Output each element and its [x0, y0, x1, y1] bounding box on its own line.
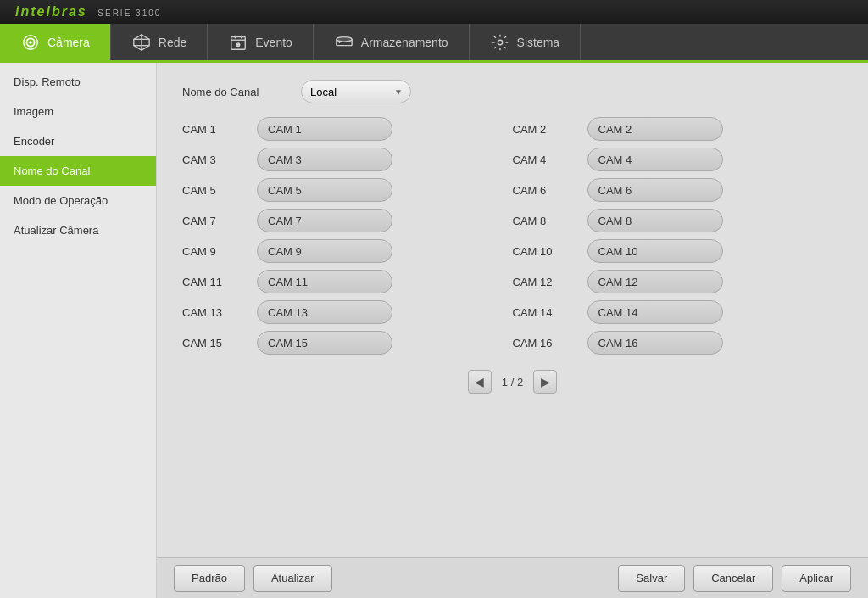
salvar-button[interactable]: Salvar [618, 565, 685, 592]
tab-rede-label: Rede [159, 36, 186, 49]
brand-logo: intelbras SÉRIE 3100 [8, 4, 161, 20]
svg-point-15 [498, 40, 503, 45]
cam-input-3[interactable] [257, 148, 392, 171]
cam-input-9[interactable] [257, 239, 392, 263]
channel-name-label: Nome do Canal [182, 86, 301, 98]
cam-row-4: CAM 4 [513, 148, 843, 171]
cam-input-1[interactable] [257, 117, 392, 141]
camera-grid: CAM 1 CAM 3 CAM 5 CAM 7 [182, 117, 843, 361]
cam-row-13: CAM 13 [182, 300, 513, 324]
cam-row-14: CAM 14 [513, 300, 843, 324]
nav-tabs: Câmera Rede Evento [0, 24, 868, 63]
brand-series: SÉRIE 3100 [97, 8, 161, 18]
tab-evento-label: Evento [255, 36, 292, 49]
cam-input-4[interactable] [587, 148, 723, 171]
topbar: intelbras SÉRIE 3100 [0, 0, 868, 24]
sidebar-item-modo-operacao[interactable]: Modo de Operação [0, 186, 156, 215]
cam-input-6[interactable] [587, 178, 723, 202]
cam-row-7: CAM 7 [182, 209, 513, 232]
content-area: Nome do Canal Local Remoto CAM 1 [157, 63, 868, 598]
atualizar-button[interactable]: Atualizar [253, 565, 332, 592]
cam-row-9: CAM 9 [182, 239, 513, 263]
sidebar-item-atualizar-camera[interactable]: Atualizar Câmera [0, 215, 156, 245]
cam-input-11[interactable] [257, 270, 392, 293]
cam-row-8: CAM 8 [513, 209, 843, 232]
cam-input-14[interactable] [587, 300, 723, 324]
camera-col-left: CAM 1 CAM 3 CAM 5 CAM 7 [182, 117, 513, 361]
sidebar: Disp. Remoto Imagem Encoder Nome do Cana… [0, 63, 157, 598]
page-info: 1 / 2 [502, 376, 523, 388]
cam-input-16[interactable] [587, 331, 723, 355]
cam-input-2[interactable] [587, 117, 723, 141]
cam-row-6: CAM 6 [513, 178, 843, 202]
cam-input-13[interactable] [257, 300, 392, 324]
system-icon [490, 32, 510, 53]
channel-name-select[interactable]: Local Remoto [301, 80, 411, 103]
pagination: ◀ 1 / 2 ▶ [182, 370, 843, 394]
cam-row-16: CAM 16 [513, 331, 843, 355]
svg-point-11 [236, 42, 240, 46]
cam-row-1: CAM 1 [182, 117, 513, 141]
cam-input-8[interactable] [587, 209, 723, 232]
cam-row-2: CAM 2 [513, 117, 843, 141]
cam-input-7[interactable] [257, 209, 392, 232]
cam-row-12: CAM 12 [513, 270, 843, 293]
storage-icon [334, 32, 354, 53]
cam-row-5: CAM 5 [182, 178, 513, 202]
channel-name-row: Nome do Canal Local Remoto [182, 80, 843, 103]
tab-armazenamento[interactable]: Armazenamento [314, 24, 470, 60]
cam-row-10: CAM 10 [513, 239, 843, 263]
tab-rede[interactable]: Rede [111, 24, 208, 60]
tab-sistema[interactable]: Sistema [470, 24, 581, 60]
bottom-bar: Padrão Atualizar Salvar Cancelar Aplicar [157, 557, 868, 598]
tab-camera-label: Câmera [47, 36, 90, 49]
cam-row-15: CAM 15 [182, 331, 513, 355]
sidebar-item-encoder[interactable]: Encoder [0, 126, 156, 156]
tab-camera[interactable]: Câmera [0, 24, 111, 60]
sidebar-item-disp-remoto[interactable]: Disp. Remoto [0, 67, 156, 97]
svg-point-14 [337, 36, 352, 42]
cam-row-11: CAM 11 [182, 270, 513, 293]
cancelar-button[interactable]: Cancelar [693, 565, 773, 592]
tab-evento[interactable]: Evento [208, 24, 314, 60]
camera-icon [20, 32, 41, 53]
cam-row-3: CAM 3 [182, 148, 513, 171]
sidebar-item-imagem[interactable]: Imagem [0, 97, 156, 126]
next-page-button[interactable]: ▶ [533, 370, 557, 394]
tab-sistema-label: Sistema [517, 36, 560, 49]
sidebar-item-nome-canal[interactable]: Nome do Canal [0, 156, 156, 186]
network-icon [131, 32, 152, 53]
tab-armazenamento-label: Armazenamento [361, 36, 448, 49]
cam-input-5[interactable] [257, 178, 392, 202]
form-area: Nome do Canal Local Remoto CAM 1 [157, 63, 868, 557]
svg-point-2 [29, 41, 32, 44]
event-icon [228, 32, 248, 53]
camera-col-right: CAM 2 CAM 4 CAM 6 CAM 8 [513, 117, 843, 361]
prev-page-button[interactable]: ◀ [468, 370, 492, 394]
aplicar-button[interactable]: Aplicar [782, 565, 851, 592]
channel-name-select-wrapper: Local Remoto [301, 80, 411, 103]
padrao-button[interactable]: Padrão [174, 565, 245, 592]
cam-input-15[interactable] [257, 331, 392, 355]
cam-input-10[interactable] [587, 239, 723, 263]
cam-input-12[interactable] [587, 270, 723, 293]
main-layout: Disp. Remoto Imagem Encoder Nome do Cana… [0, 63, 868, 598]
